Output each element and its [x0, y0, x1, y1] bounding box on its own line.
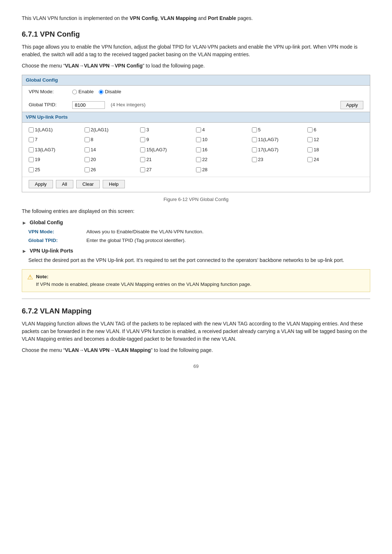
port-checkbox-4[interactable] [196, 127, 201, 132]
uplink-ports-header: VPN Up-link Ports [22, 112, 370, 123]
vpn-mode-term-row: VPN Mode: Allows you to Enable/Disable t… [28, 228, 370, 235]
menu-path-vpn: VLAN→VLAN VPN→VPN Config [65, 63, 143, 69]
port-checkbox-1LAG1[interactable] [29, 127, 34, 132]
uplink-section-title: VPN Up-link Ports [30, 247, 73, 255]
port-checkbox-cell-28: 28 [196, 165, 252, 174]
port-checkbox-cell-11: 11(LAG7) [252, 135, 308, 144]
port-checkbox-11LAG7[interactable] [252, 137, 257, 142]
port-checkbox-28[interactable] [196, 167, 201, 172]
disable-label: Disable [105, 88, 121, 95]
port-checkbox-cell-9: 9 [140, 135, 196, 144]
port-checkbox-8[interactable] [85, 137, 90, 142]
port-checkbox-14[interactable] [85, 147, 90, 152]
port-label-2: 2(LAG1) [91, 126, 109, 134]
port-label-4: 4 [202, 126, 205, 134]
section-671-title: 6.7.1 VPN Config [22, 29, 370, 40]
port-checkbox-20[interactable] [85, 157, 90, 162]
port-label-26: 26 [91, 166, 96, 173]
disable-radio[interactable] [99, 90, 103, 94]
section-671-choose: Choose the menu “VLAN→VLAN VPN→VPN Confi… [22, 62, 370, 70]
port-checkbox-cell-23: 23 [252, 155, 308, 164]
port-checkbox-cell-24: 24 [307, 155, 363, 164]
port-checkbox-cell-1: 1(LAG1) [29, 126, 85, 134]
section-divider [22, 299, 370, 299]
port-checkbox-19[interactable] [29, 157, 34, 162]
port-checkbox-10[interactable] [196, 137, 201, 142]
disable-radio-label[interactable]: Disable [99, 88, 121, 95]
section-672-desc1: VLAN Mapping function allows the VLAN TA… [22, 320, 370, 343]
port-checkbox-cell-2: 2(LAG1) [85, 126, 140, 134]
port-checkbox-cell-18: 18 [307, 145, 363, 154]
uplink-section-desc: Select the desired port as the VPN Up-li… [28, 257, 370, 264]
port-checkbox-17LAG7[interactable] [252, 147, 257, 152]
menu-path-vlan-mapping: VLAN→VLAN VPN→VLAN Mapping [65, 347, 151, 353]
port-label-9: 9 [146, 136, 149, 143]
port-label-6: 6 [314, 126, 316, 134]
tpid-input[interactable] [72, 101, 105, 109]
port-checkbox-18[interactable] [307, 147, 313, 152]
port-label-3: 3 [146, 126, 149, 134]
port-checkbox-9[interactable] [140, 137, 145, 142]
port-checkbox-cell-10: 10 [196, 135, 252, 144]
port-checkbox-13LAG7[interactable] [29, 147, 34, 152]
port-checkbox-26[interactable] [85, 167, 90, 172]
port-checkbox-23[interactable] [252, 157, 257, 162]
global-config-apply-button[interactable]: Apply [340, 101, 363, 109]
enable-radio-label[interactable]: Enable [72, 88, 94, 95]
figure-caption: Figure 6-12 VPN Global Config [22, 196, 370, 203]
intro-paragraph: This VLAN VPN function is implemented on… [22, 15, 370, 22]
bold-port-enable: Port Enable [208, 15, 236, 21]
port-label-5: 5 [258, 126, 261, 134]
port-checkbox-12[interactable] [307, 137, 313, 142]
uplink-ports-section: VPN Up-link Ports 1(LAG1)2(LAG1)34567891… [22, 112, 370, 192]
port-checkbox-16[interactable] [196, 147, 201, 152]
uplink-all-button[interactable]: All [56, 180, 73, 188]
port-checkbox-6[interactable] [307, 127, 313, 132]
section-672-title: 6.7.2 VLAN Mapping [22, 305, 370, 316]
port-checkbox-cell-26: 26 [85, 165, 140, 174]
port-checkbox-24[interactable] [307, 157, 313, 162]
port-checkbox-cell-5: 5 [252, 126, 308, 134]
port-label-17: 17(LAG7) [258, 146, 278, 153]
global-config-arrow-item: ► Global Config [22, 219, 370, 227]
port-checkbox-15LAG7[interactable] [140, 147, 145, 152]
vpn-mode-row: VPN Mode: Enable Disable [22, 86, 370, 98]
port-label-14: 14 [91, 146, 96, 153]
port-checkbox-25[interactable] [29, 167, 34, 172]
vpn-mode-radio-group[interactable]: Enable Disable [72, 88, 121, 95]
note-text: If VPN mode is enabled, please create VL… [36, 282, 252, 287]
port-checkbox-21[interactable] [140, 157, 145, 162]
port-label-24: 24 [314, 156, 319, 163]
uplink-apply-button[interactable]: Apply [29, 180, 53, 188]
port-label-10: 10 [202, 136, 207, 143]
port-checkbox-cell-4: 4 [196, 126, 252, 134]
port-checkbox-2LAG1[interactable] [85, 127, 90, 132]
port-label-28: 28 [202, 166, 207, 173]
port-checkbox-22[interactable] [196, 157, 201, 162]
arrow-icon-global: ► [22, 219, 27, 227]
port-checkbox-5[interactable] [252, 127, 257, 132]
note-label: Note: [36, 274, 49, 279]
port-label-20: 20 [91, 156, 96, 163]
enable-label: Enable [78, 88, 94, 95]
port-label-8: 8 [91, 136, 93, 143]
port-label-21: 21 [146, 156, 151, 163]
global-tpid-term-label: Global TPID: [28, 237, 86, 244]
bold-vpn-config: VPN Config [130, 15, 158, 21]
port-label-11: 11(LAG7) [258, 136, 278, 143]
note-content: Note: If VPN mode is enabled, please cre… [36, 273, 365, 288]
enable-radio[interactable] [72, 90, 77, 94]
port-checkbox-cell-19: 19 [29, 155, 85, 164]
port-checkbox-3[interactable] [140, 127, 145, 132]
uplink-help-button[interactable]: Help [103, 180, 125, 188]
port-checkbox-cell-14: 14 [85, 145, 140, 154]
warning-icon: ⚠ [27, 272, 33, 282]
port-checkbox-7[interactable] [29, 137, 34, 142]
global-config-box: Global Config VPN Mode: Enable Disable G… [22, 75, 370, 192]
global-tpid-row: Global TPID: (4 Hex integers) Apply [22, 98, 370, 112]
port-label-16: 16 [202, 146, 207, 153]
port-checkbox-27[interactable] [140, 167, 145, 172]
port-checkbox-cell-17: 17(LAG7) [252, 145, 308, 154]
uplink-clear-button[interactable]: Clear [76, 180, 100, 188]
global-config-section-title: Global Config [30, 219, 63, 226]
